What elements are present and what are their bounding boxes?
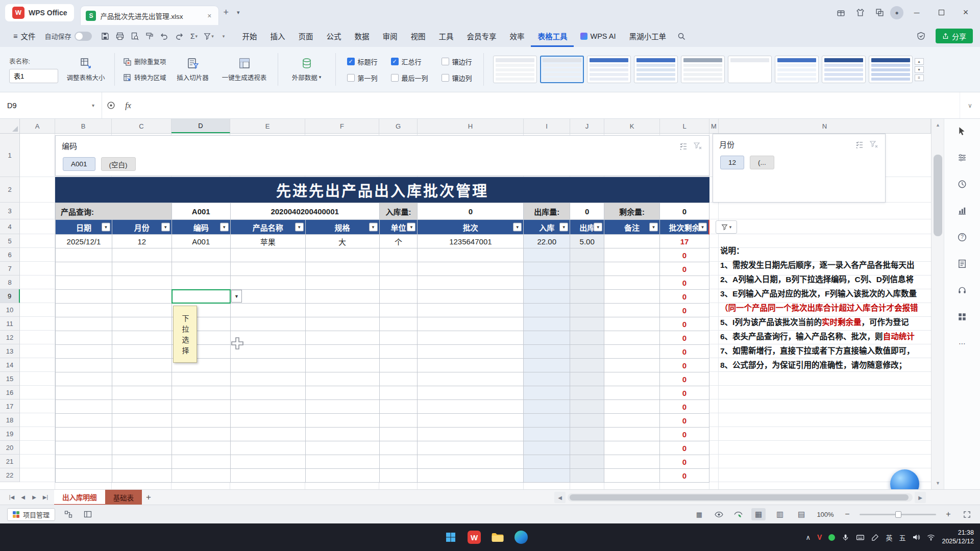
table-style-8[interactable] — [822, 56, 866, 83]
quick-calc-icon[interactable] — [102, 98, 119, 113]
row-header-1[interactable]: 1 — [0, 134, 20, 177]
cell[interactable] — [418, 276, 524, 290]
prev-sheet-icon[interactable]: ◀ — [17, 492, 29, 503]
cell[interactable] — [418, 428, 524, 441]
scroll-down-icon[interactable]: ▼ — [932, 477, 944, 489]
filter-dropdown-icon[interactable]: ▼ — [559, 223, 568, 232]
cell[interactable] — [306, 441, 380, 455]
cell[interactable] — [112, 248, 172, 262]
cell[interactable] — [524, 372, 570, 386]
cell[interactable] — [524, 359, 570, 372]
cell[interactable] — [231, 441, 306, 455]
cell[interactable] — [380, 276, 418, 290]
cell[interactable] — [112, 276, 172, 290]
column-filter-7[interactable]: 批次▼ — [418, 220, 524, 235]
sheet-canvas[interactable]: 12345678910111213141516171819202122 编码 A… — [0, 134, 931, 489]
slicer-item-(空白)[interactable]: (空白) — [101, 157, 136, 171]
cell[interactable] — [524, 345, 570, 359]
cell[interactable]: 0 — [660, 345, 709, 359]
cell[interactable]: 0 — [660, 414, 709, 428]
cell[interactable] — [604, 386, 660, 400]
row-header-4[interactable]: 4 — [0, 219, 20, 234]
cell[interactable] — [570, 276, 604, 290]
cell[interactable] — [524, 248, 570, 262]
filter-dropdown-icon[interactable]: ▼ — [161, 223, 170, 232]
slicer-item-A001[interactable]: A001 — [63, 157, 95, 171]
cell[interactable] — [306, 400, 380, 414]
cell[interactable] — [56, 290, 112, 304]
cell[interactable] — [172, 400, 231, 414]
slicer-month[interactable]: 月份 12(... — [713, 134, 886, 203]
one-click-pivot-button[interactable]: 一键生成透视表 — [216, 50, 273, 89]
row-header-2[interactable]: 2 — [0, 177, 20, 203]
out-qty-label[interactable]: 出库量: — [524, 203, 570, 220]
page-break-view-icon[interactable]: ▤ — [794, 508, 808, 520]
cell[interactable] — [418, 248, 524, 262]
more-dropdown-icon[interactable]: ▾ — [216, 29, 230, 43]
window-manager-icon[interactable] — [871, 5, 888, 20]
form-icon[interactable] — [956, 258, 968, 270]
cell[interactable] — [112, 331, 172, 345]
query-code[interactable]: A001 — [172, 203, 231, 220]
remove-duplicates-button[interactable]: 删除重复项 — [123, 57, 166, 66]
menu-item-8[interactable]: 工具 — [432, 25, 460, 47]
menu-item-1[interactable]: 开始 — [235, 25, 263, 47]
app-logo[interactable]: W WPS Office — [5, 4, 74, 21]
row-header-9[interactable]: 9 — [0, 289, 20, 303]
cell[interactable] — [56, 317, 112, 331]
cell[interactable] — [172, 441, 231, 455]
zoom-slider[interactable] — [860, 514, 936, 515]
cell[interactable]: 0 — [660, 359, 709, 372]
in-qty-value[interactable]: 0 — [418, 203, 524, 220]
row-header-14[interactable]: 14 — [0, 358, 20, 372]
last-sheet-icon[interactable]: ▶| — [40, 492, 51, 503]
column-filter-2[interactable]: 月份▼ — [112, 220, 172, 235]
sheet-stats-icon[interactable]: ▦ — [693, 508, 705, 520]
table-style-4[interactable] — [634, 56, 678, 83]
cell[interactable] — [380, 428, 418, 441]
print-preview-icon[interactable] — [128, 29, 141, 43]
column-filter-6[interactable]: 单位▼ — [380, 220, 418, 235]
cell[interactable] — [56, 469, 112, 483]
menu-item-7[interactable]: 视图 — [404, 25, 432, 47]
ime-indicator[interactable]: 五 — [899, 533, 905, 542]
cell[interactable] — [570, 414, 604, 428]
slicer-item-12[interactable]: 12 — [720, 156, 744, 169]
cell[interactable] — [306, 428, 380, 441]
menu-item-9[interactable]: 会员专享 — [460, 25, 503, 47]
statusbar-workflow-icon[interactable] — [62, 508, 75, 520]
checkbox-第一列[interactable]: 第一列 — [347, 72, 378, 83]
cell[interactable]: 17 — [660, 235, 709, 248]
menu-item-6[interactable]: 审阅 — [376, 25, 404, 47]
cell[interactable] — [172, 469, 231, 483]
cell[interactable]: 12 — [112, 235, 172, 248]
query-label[interactable]: 产品查询: — [56, 203, 172, 220]
sum-icon[interactable]: Σ▾ — [187, 29, 201, 43]
cell[interactable] — [418, 345, 524, 359]
ai-assistant-avatar[interactable]: ● — [890, 6, 903, 19]
cell[interactable] — [56, 262, 112, 276]
column-header-I[interactable]: I — [524, 119, 570, 133]
in-qty-label[interactable]: 入库量: — [380, 203, 418, 220]
tab-close-icon[interactable]: × — [205, 12, 213, 20]
cell[interactable]: 0 — [660, 331, 709, 345]
cell[interactable] — [172, 428, 231, 441]
fit-screen-icon[interactable] — [961, 508, 973, 520]
cell[interactable] — [56, 359, 112, 372]
cell[interactable] — [604, 276, 660, 290]
hscroll-left-icon[interactable]: ◀ — [554, 492, 566, 503]
menu-item-12[interactable]: WPS AI — [574, 25, 622, 47]
cell[interactable] — [306, 345, 380, 359]
cell[interactable] — [172, 414, 231, 428]
format-painter-icon[interactable] — [142, 29, 156, 43]
menu-item-4[interactable]: 公式 — [320, 25, 348, 47]
cell[interactable] — [306, 372, 380, 386]
taskbar-clock[interactable]: 21:38 2025/12/12 — [942, 529, 974, 546]
horizontal-scroll-thumb[interactable] — [570, 494, 909, 500]
filter-dropdown-icon[interactable]: ▼ — [594, 223, 602, 232]
cell[interactable] — [231, 248, 306, 262]
cell[interactable] — [524, 441, 570, 455]
cell[interactable] — [604, 428, 660, 441]
column-filter-4[interactable]: 产品名称▼ — [231, 220, 306, 235]
cell[interactable] — [570, 455, 604, 469]
